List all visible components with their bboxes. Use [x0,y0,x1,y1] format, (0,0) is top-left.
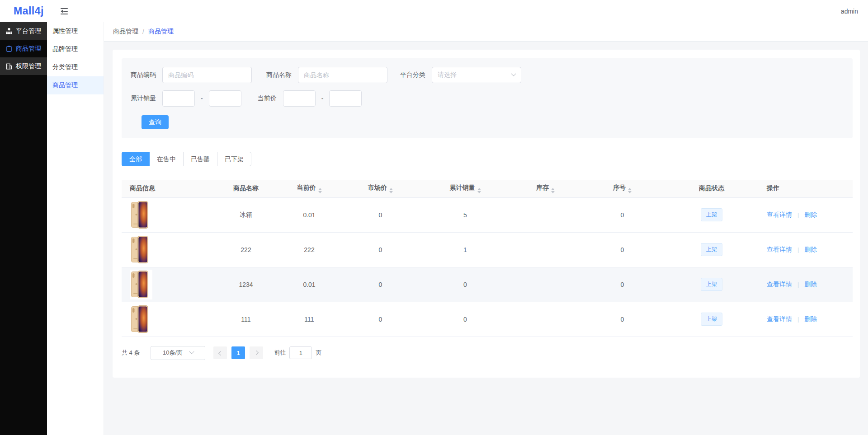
table-row: 1234 0.01 0 0 0 上架 查看详情 | 删除 [122,267,853,302]
current-price-label: 当前价 [258,94,277,103]
status-badge[interactable]: 上架 [701,243,722,256]
chevron-left-icon [218,351,223,355]
delete-link[interactable]: 删除 [804,315,817,323]
breadcrumb: 商品管理 / 商品管理 [104,22,868,42]
status-badge[interactable]: 上架 [701,278,722,291]
view-detail-link[interactable]: 查看详情 [767,315,792,323]
column-header-market-price[interactable]: 市场价 [339,180,422,197]
range-separator: - [201,95,203,102]
column-header-actions: 操作 [761,180,853,197]
current-price-max-input[interactable] [329,90,362,107]
current-price-min-input[interactable] [283,90,316,107]
chevron-down-icon [189,349,194,354]
cell-current-price: 0.01 [280,197,339,232]
cell-seq: 0 [583,197,662,232]
product-name-input[interactable] [298,67,387,83]
breadcrumb-separator: / [142,28,144,35]
sort-icon [628,188,632,193]
product-image [130,304,152,334]
submenu-item-category[interactable]: 分类管理 [47,58,104,76]
submenu-item-brand[interactable]: 品牌管理 [47,40,104,58]
product-code-input[interactable] [162,67,252,83]
cell-market-price: 0 [339,267,422,302]
action-separator: | [797,246,799,253]
table-header-row: 商品信息 商品名称 当前价 市场价 累计销量 库存 序号 商品状态 操作 [122,180,853,197]
platform-category-select[interactable]: 请选择 [432,67,521,83]
cell-stock [508,197,583,232]
total-sales-min-input[interactable] [162,90,195,107]
sidebar-item-platform-management[interactable]: 平台管理 [0,22,47,40]
submenu-item-goods[interactable]: 商品管理 [47,76,104,94]
sidebar-item-permission-management[interactable]: 权限管理 [0,57,47,75]
tab-sold-out[interactable]: 已售罄 [183,152,217,166]
sort-icon [318,188,322,193]
delete-link[interactable]: 删除 [804,281,817,288]
submenu-item-label: 商品管理 [52,81,78,89]
cell-product-name: 冰箱 [212,197,280,232]
page-unit-label: 页 [316,349,321,357]
column-header-stock[interactable]: 库存 [508,180,583,197]
column-header-product-info: 商品信息 [122,180,212,197]
tab-off-shelf[interactable]: 已下架 [217,152,251,166]
cell-total-sales: 1 [422,232,508,267]
product-image [130,200,152,230]
fold-icon [59,6,69,16]
chevron-right-icon [254,350,259,355]
product-code-label: 商品编码 [131,71,156,79]
sidebar-item-goods-management[interactable]: 商品管理 [0,40,47,57]
user-menu[interactable]: admin [841,8,858,15]
goto-page-input[interactable] [289,346,312,359]
goods-card: 商品编码 商品名称 平台分类 请选择 累计销量 - 当前价 [113,50,860,378]
breadcrumb-current[interactable]: 商品管理 [148,28,174,36]
primary-sidebar: 平台管理 商品管理 权限管理 [0,22,47,435]
search-button[interactable]: 查询 [142,115,169,129]
action-separator: | [797,316,799,323]
filter-panel: 商品编码 商品名称 平台分类 请选择 累计销量 - 当前价 [122,58,853,138]
view-detail-link[interactable]: 查看详情 [767,281,792,288]
page-size-value: 10条/页 [163,349,183,357]
range-separator: - [321,95,324,102]
column-header-total-sales[interactable]: 累计销量 [422,180,508,197]
sidebar-fold-button[interactable] [59,6,69,16]
delete-link[interactable]: 删除 [804,246,817,253]
total-sales-max-input[interactable] [209,90,241,107]
pagination-total: 共 4 条 [122,349,140,357]
tab-on-sale[interactable]: 在售中 [149,152,184,166]
cell-total-sales: 0 [422,267,508,302]
status-tabs: 全部 在售中 已售罄 已下架 [122,152,853,166]
submenu-item-attribute[interactable]: 属性管理 [47,22,104,40]
delete-link[interactable]: 删除 [804,211,817,218]
next-page-button[interactable] [250,346,263,359]
product-name-label: 商品名称 [266,71,292,79]
prev-page-button[interactable] [213,346,227,359]
goods-table: 商品信息 商品名称 当前价 市场价 累计销量 库存 序号 商品状态 操作 [122,180,853,337]
platform-category-label: 平台分类 [400,71,425,79]
cell-total-sales: 0 [422,302,508,337]
page-number-current[interactable]: 1 [231,346,245,359]
view-detail-link[interactable]: 查看详情 [767,211,792,218]
sidebar-item-label: 权限管理 [16,62,41,70]
pagination: 共 4 条 10条/页 1 前往 页 [122,346,853,360]
goto-label: 前往 [274,349,286,357]
table-row: 111 111 0 0 0 上架 查看详情 | 删除 [122,302,853,337]
cell-market-price: 0 [339,197,422,232]
cell-product-name: 1234 [212,267,280,302]
top-bar: Mall4j admin [0,0,868,22]
column-header-current-price[interactable]: 当前价 [280,180,339,197]
cell-current-price: 0.01 [280,267,339,302]
column-header-seq[interactable]: 序号 [583,180,662,197]
status-badge[interactable]: 上架 [701,313,722,326]
tab-all[interactable]: 全部 [122,152,150,166]
view-detail-link[interactable]: 查看详情 [767,246,792,253]
cell-current-price: 222 [280,232,339,267]
sort-icon [389,188,393,193]
product-image [130,270,152,299]
sort-icon [551,188,555,193]
submenu-item-label: 品牌管理 [52,45,78,53]
clipboard-icon [5,45,13,52]
breadcrumb-parent[interactable]: 商品管理 [113,28,138,36]
cell-current-price: 111 [280,302,339,337]
status-badge[interactable]: 上架 [701,208,722,221]
page-size-select[interactable]: 10条/页 [151,346,205,360]
cell-product-name: 222 [212,232,280,267]
